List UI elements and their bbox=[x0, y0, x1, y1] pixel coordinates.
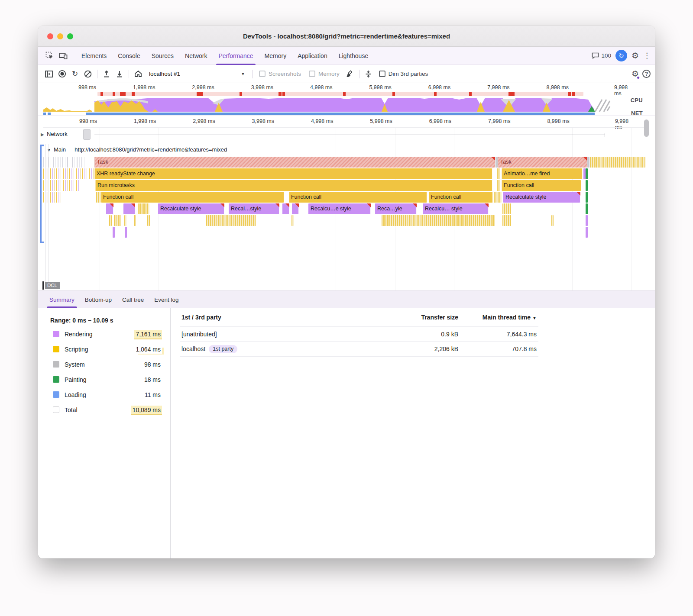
ruler-tick-label: 7,998 ms bbox=[488, 118, 513, 124]
record-reload-icon[interactable]: ↻ bbox=[68, 68, 81, 81]
flame-bar-animatio-me-fired[interactable]: Animatio…me fired bbox=[502, 168, 583, 179]
details-tab-bottom-up[interactable]: Bottom-up bbox=[80, 293, 117, 308]
flame-bar-function-call[interactable]: Function call bbox=[502, 180, 581, 191]
flame-bar-recalculate-style[interactable]: Recalculate style bbox=[503, 192, 580, 203]
record-button[interactable] bbox=[55, 68, 68, 81]
device-toolbar-icon[interactable] bbox=[56, 49, 70, 62]
maximize-window-button[interactable] bbox=[67, 33, 73, 39]
flame-row bbox=[43, 227, 645, 238]
target-selector-dropdown[interactable]: localhost #1 ▼ bbox=[145, 71, 249, 77]
more-options-icon[interactable]: ⋮ bbox=[643, 51, 651, 60]
timeline-overview[interactable]: 998 ms1,998 ms2,998 ms3,998 ms4,998 ms5,… bbox=[38, 83, 655, 116]
legend-swatch bbox=[53, 391, 59, 398]
ruler-tick-label: 998 ms bbox=[79, 118, 100, 124]
legend-swatch bbox=[53, 346, 59, 352]
flame-bar-recalcu-e-style[interactable]: Recalcu…e style bbox=[308, 203, 371, 214]
details-tab-event-log[interactable]: Event log bbox=[149, 293, 184, 308]
network-track[interactable]: ▶ Network bbox=[43, 128, 645, 141]
tab-performance[interactable]: Performance bbox=[213, 47, 259, 65]
long-task-marker bbox=[240, 92, 242, 96]
inspect-element-icon[interactable] bbox=[42, 49, 56, 62]
flame-bar bbox=[586, 168, 588, 179]
flame-bar-function-call[interactable]: Function call bbox=[429, 192, 493, 203]
party-table-row[interactable]: localhost1st party2,206 kB707.8 ms bbox=[180, 342, 538, 357]
flame-bar-function-call[interactable]: Function call bbox=[289, 192, 427, 203]
tab-elements[interactable]: Elements bbox=[76, 47, 112, 65]
party-table: 1st / 3rd party Transfer size Main threa… bbox=[180, 308, 538, 357]
tab-lighthouse[interactable]: Lighthouse bbox=[333, 47, 374, 65]
legend-swatch bbox=[53, 406, 59, 413]
toggle-sidebar-icon[interactable] bbox=[42, 68, 55, 81]
tab-network[interactable]: Network bbox=[179, 47, 213, 65]
vertical-scrollbar[interactable] bbox=[644, 119, 649, 137]
party-table-row[interactable]: [unattributed]0.9 kB7,644.3 ms bbox=[180, 326, 538, 342]
flame-bar bbox=[497, 168, 500, 179]
help-icon[interactable]: ? bbox=[642, 70, 651, 78]
legend-value: 7,161 ms bbox=[134, 330, 162, 339]
flame-bar bbox=[113, 227, 115, 238]
legend-name: Loading bbox=[65, 391, 86, 398]
window-title: DevTools - localhost:8080/grid?metric=re… bbox=[243, 32, 450, 40]
long-task-marker bbox=[100, 92, 103, 96]
legend-value: 98 ms bbox=[143, 360, 162, 369]
dcl-marker[interactable]: DCL bbox=[42, 281, 60, 290]
flame-chart-panel[interactable]: 998 ms1,998 ms2,998 ms3,998 ms4,998 ms5,… bbox=[38, 116, 655, 291]
cpu-label: CPU bbox=[631, 97, 643, 103]
flame-bar-reca-yle[interactable]: Reca…yle bbox=[375, 203, 417, 214]
flame-bar-function-call[interactable]: Function call bbox=[101, 192, 284, 203]
window-titlebar: DevTools - localhost:8080/grid?metric=re… bbox=[38, 26, 655, 47]
ruler-tick-label: 8,998 ms bbox=[547, 118, 572, 124]
flame-row: Run microtasksFunction call bbox=[43, 180, 645, 191]
long-task-marker bbox=[343, 92, 346, 96]
flame-row: TaskTask bbox=[43, 157, 645, 168]
flame-bar bbox=[586, 203, 588, 214]
devtools-settings-gear-icon[interactable]: ⚙ bbox=[631, 51, 639, 61]
long-task-marker bbox=[113, 92, 115, 96]
details-tab-summary[interactable]: Summary bbox=[44, 293, 80, 308]
collapse-tracks-icon[interactable] bbox=[362, 68, 375, 81]
flame-bar-task[interactable]: Task bbox=[498, 157, 587, 168]
home-icon[interactable] bbox=[132, 68, 145, 81]
network-request-whisker bbox=[94, 135, 605, 135]
load-profile-icon[interactable] bbox=[100, 68, 113, 81]
network-track-handle[interactable] bbox=[83, 129, 91, 140]
flame-bar-recalculate-style[interactable]: Recalculate style bbox=[158, 203, 224, 214]
flame-bar bbox=[123, 203, 135, 214]
network-expand-icon[interactable]: ▶ bbox=[41, 132, 44, 137]
party-table-header[interactable]: 1st / 3rd party Transfer size Main threa… bbox=[180, 308, 538, 326]
flame-bar bbox=[206, 215, 256, 226]
dim-3rd-parties-checkbox[interactable]: Dim 3rd parties bbox=[379, 71, 428, 77]
flame-bar bbox=[586, 227, 588, 238]
memory-checkbox[interactable]: Memory bbox=[309, 71, 340, 77]
screenshots-checkbox[interactable]: Screenshots bbox=[259, 71, 301, 77]
issues-count: 100 bbox=[601, 52, 611, 59]
flame-bar-run-microtasks[interactable]: Run microtasks bbox=[95, 180, 492, 191]
long-task-marker bbox=[278, 92, 281, 96]
tab-sources[interactable]: Sources bbox=[146, 47, 179, 65]
capture-settings-gear-icon[interactable]: ⚙ bbox=[631, 69, 639, 79]
flame-bar-xhr-readystate-change[interactable]: XHR readyState change bbox=[94, 168, 492, 179]
details-tab-call-tree[interactable]: Call tree bbox=[117, 293, 149, 308]
issues-counter[interactable]: 100 bbox=[592, 52, 611, 59]
save-profile-icon[interactable] bbox=[113, 68, 126, 81]
garbage-collect-icon[interactable] bbox=[343, 68, 356, 81]
long-task-marker bbox=[282, 92, 285, 96]
flame-bar-recal-style[interactable]: Recal…style bbox=[229, 203, 279, 214]
tab-console[interactable]: Console bbox=[112, 47, 146, 65]
main-track-header[interactable]: ▼Main — http://localhost:8080/grid?metri… bbox=[47, 146, 227, 153]
transfer-size-value: 2,206 kB bbox=[382, 345, 458, 352]
issues-bubble-icon bbox=[592, 52, 599, 59]
clear-recording-icon[interactable] bbox=[81, 68, 94, 81]
legend-swatch bbox=[53, 376, 59, 383]
sync-icon[interactable]: ↻ bbox=[615, 50, 627, 61]
flame-bar bbox=[497, 180, 500, 191]
overview-tick-label: 8,998 ms bbox=[546, 84, 570, 90]
close-window-button[interactable] bbox=[47, 33, 53, 39]
summary-legend: Range: 0 ms – 10.09 s Rendering7,161 msS… bbox=[43, 308, 170, 417]
flame-bar-recalcu-style[interactable]: Recalcu… style bbox=[423, 203, 489, 214]
tab-memory[interactable]: Memory bbox=[259, 47, 292, 65]
minimize-window-button[interactable] bbox=[57, 33, 63, 39]
tab-application[interactable]: Application bbox=[292, 47, 333, 65]
flame-bar-task[interactable]: Task bbox=[94, 157, 495, 168]
flame-bar bbox=[551, 215, 554, 226]
